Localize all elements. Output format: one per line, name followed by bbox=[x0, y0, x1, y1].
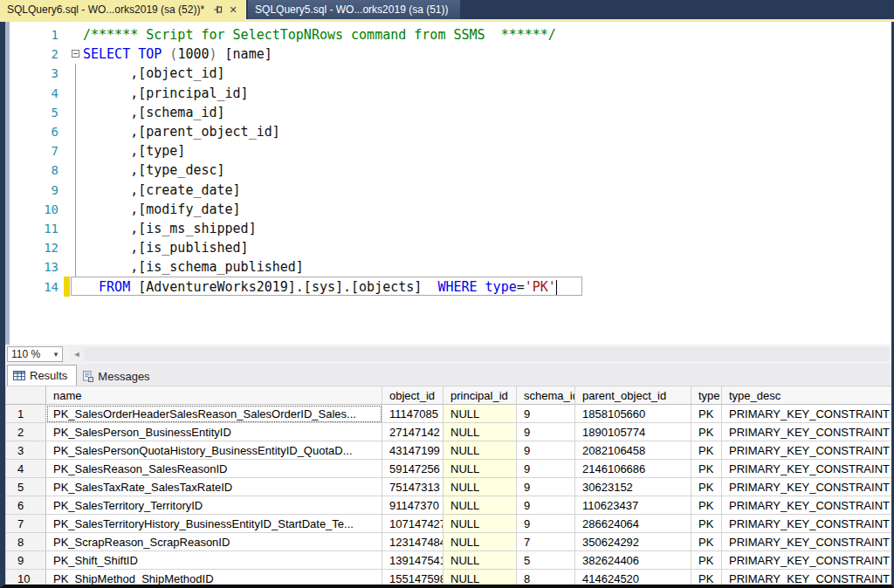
grid-cell-type[interactable]: PK bbox=[691, 460, 722, 478]
grid-cell-parent_object_id[interactable]: 382624406 bbox=[575, 551, 691, 570]
grid-cell-type[interactable]: PK bbox=[691, 478, 722, 496]
grid-cell-schema_id[interactable]: 7 bbox=[517, 533, 575, 551]
grid-cell-type[interactable]: PK bbox=[691, 405, 722, 423]
column-header-parent_object_id[interactable]: parent_object_id bbox=[575, 386, 691, 405]
grid-cell-principal_id[interactable]: NULL bbox=[444, 551, 517, 570]
grid-cell-type_desc[interactable]: PRIMARY_KEY_CONSTRAINT bbox=[722, 460, 892, 478]
grid-cell-object_id[interactable]: 75147313 bbox=[382, 478, 444, 496]
row-header[interactable]: 4 bbox=[6, 460, 46, 478]
grid-cell-object_id[interactable]: 155147598 bbox=[382, 570, 444, 588]
column-header-type[interactable]: type bbox=[691, 386, 722, 405]
grid-cell-type[interactable]: PK bbox=[691, 423, 722, 441]
grid-cell-parent_object_id[interactable]: 1858105660 bbox=[575, 405, 691, 423]
grid-cell-principal_id[interactable]: NULL bbox=[444, 515, 517, 533]
code-line-4[interactable]: 4 ,[principal_id] bbox=[10, 84, 891, 103]
row-header[interactable]: 9 bbox=[6, 551, 46, 570]
grid-cell-type[interactable]: PK bbox=[691, 515, 722, 533]
grid-cell-object_id[interactable]: 59147256 bbox=[382, 460, 444, 478]
grid-cell-type[interactable]: PK bbox=[691, 441, 722, 460]
grid-cell-object_id[interactable]: 139147541 bbox=[382, 551, 444, 570]
grid-cell-principal_id[interactable]: NULL bbox=[444, 405, 517, 423]
code-line-5[interactable]: 5 ,[schema_id] bbox=[10, 103, 891, 122]
grid-cell-principal_id[interactable]: NULL bbox=[444, 423, 517, 441]
column-header-principal_id[interactable]: principal_id bbox=[444, 386, 517, 405]
code-line-3[interactable]: 3 ,[object_id] bbox=[10, 64, 891, 83]
row-header[interactable]: 1 bbox=[6, 405, 46, 423]
grid-cell-name[interactable]: PK_SalesTerritory_TerritoryID bbox=[46, 496, 382, 515]
code-line-11[interactable]: 11 ,[is_ms_shipped] bbox=[10, 219, 891, 238]
code-line-14[interactable]: 14 FROM [AdventureWorks2019].[sys].[obje… bbox=[10, 277, 891, 296]
grid-cell-name[interactable]: PK_ScrapReason_ScrapReasonID bbox=[46, 533, 382, 551]
code-line-9[interactable]: 9 ,[create_date] bbox=[10, 181, 891, 200]
collapse-icon[interactable]: − bbox=[72, 50, 79, 58]
horizontal-scrollbar[interactable]: ◄ bbox=[70, 347, 890, 361]
row-header[interactable]: 3 bbox=[6, 441, 46, 460]
grid-cell-schema_id[interactable]: 9 bbox=[517, 405, 575, 423]
grid-cell-principal_id[interactable]: NULL bbox=[444, 478, 517, 496]
code-line-10[interactable]: 10 ,[modify_date] bbox=[10, 200, 891, 219]
grid-cell-schema_id[interactable]: 9 bbox=[517, 496, 575, 515]
row-header[interactable]: 7 bbox=[6, 515, 46, 533]
grid-cell-name[interactable]: PK_Shift_ShiftID bbox=[46, 551, 382, 570]
grid-cell-schema_id[interactable]: 9 bbox=[517, 515, 575, 533]
grid-cell-parent_object_id[interactable]: 30623152 bbox=[575, 478, 691, 496]
grid-cell-principal_id[interactable]: NULL bbox=[444, 570, 517, 588]
grid-cell-schema_id[interactable]: 8 bbox=[517, 570, 575, 588]
grid-cell-name[interactable]: PK_SalesOrderHeaderSalesReason_SalesOrde… bbox=[46, 405, 382, 423]
tab-sqlquery5[interactable]: SQLQuery5.sql - WO...orks2019 (sa (51)) bbox=[248, 0, 460, 19]
column-header-object_id[interactable]: object_id bbox=[382, 386, 444, 405]
grid-cell-object_id[interactable]: 107147427 bbox=[382, 515, 444, 533]
grid-cell-object_id[interactable]: 27147142 bbox=[382, 423, 444, 441]
pin-icon[interactable] bbox=[212, 3, 224, 16]
grid-cell-object_id[interactable]: 123147484 bbox=[382, 533, 444, 551]
results-grid[interactable]: nameobject_idprincipal_idschema_idparent… bbox=[5, 386, 892, 588]
grid-cell-parent_object_id[interactable]: 414624520 bbox=[575, 570, 691, 588]
code-line-2[interactable]: 2−SELECT TOP (1000) [name] bbox=[10, 44, 891, 64]
scroll-left-icon[interactable]: ◄ bbox=[70, 347, 84, 361]
grid-cell-name[interactable]: PK_SalesReason_SalesReasonID bbox=[46, 460, 382, 478]
code-line-12[interactable]: 12 ,[is_published] bbox=[10, 238, 891, 257]
tab-sqlquery6[interactable]: SQLQuery6.sql - WO...orks2019 (sa (52))*… bbox=[0, 0, 246, 19]
column-header-type_desc[interactable]: type_desc bbox=[722, 386, 892, 405]
grid-cell-type[interactable]: PK bbox=[691, 533, 722, 551]
grid-cell-type[interactable]: PK bbox=[691, 496, 722, 515]
grid-cell-parent_object_id[interactable]: 350624292 bbox=[575, 533, 691, 551]
grid-cell-type[interactable]: PK bbox=[691, 570, 722, 588]
grid-cell-principal_id[interactable]: NULL bbox=[444, 441, 517, 460]
code-line-1[interactable]: 1/****** Script for SelectTopNRows comma… bbox=[10, 25, 891, 44]
row-header[interactable]: 6 bbox=[6, 496, 46, 515]
grid-cell-schema_id[interactable]: 9 bbox=[517, 441, 575, 460]
grid-cell-schema_id[interactable]: 9 bbox=[517, 478, 575, 496]
grid-cell-principal_id[interactable]: NULL bbox=[444, 460, 517, 478]
grid-cell-name[interactable]: PK_ShipMethod_ShipMethodID bbox=[46, 570, 382, 588]
code-line-6[interactable]: 6 ,[parent_object_id] bbox=[10, 122, 891, 141]
row-header[interactable]: 10 bbox=[6, 570, 46, 588]
grid-cell-type_desc[interactable]: PRIMARY_KEY_CONSTRAINT bbox=[722, 515, 892, 533]
grid-cell-schema_id[interactable]: 9 bbox=[517, 423, 575, 441]
grid-cell-name[interactable]: PK_SalesTaxRate_SalesTaxRateID bbox=[46, 478, 382, 496]
grid-cell-parent_object_id[interactable]: 110623437 bbox=[575, 496, 691, 515]
grid-cell-principal_id[interactable]: NULL bbox=[444, 533, 517, 551]
grid-cell-type_desc[interactable]: PRIMARY_KEY_CONSTRAINT bbox=[722, 405, 892, 423]
close-icon[interactable]: ✕ bbox=[227, 3, 239, 16]
code-line-13[interactable]: 13 ,[is_schema_published] bbox=[10, 257, 891, 277]
tab-results[interactable]: Results bbox=[7, 365, 77, 386]
grid-corner-header[interactable] bbox=[6, 386, 46, 405]
grid-cell-type_desc[interactable]: PRIMARY_KEY_CONSTRAINT bbox=[722, 496, 892, 515]
grid-cell-object_id[interactable]: 11147085 bbox=[382, 405, 444, 423]
code-line-8[interactable]: 8 ,[type_desc] bbox=[10, 161, 891, 180]
row-header[interactable]: 8 bbox=[6, 533, 46, 551]
grid-cell-object_id[interactable]: 43147199 bbox=[382, 441, 444, 460]
grid-cell-parent_object_id[interactable]: 2146106686 bbox=[575, 460, 691, 478]
grid-cell-parent_object_id[interactable]: 2082106458 bbox=[575, 441, 691, 460]
grid-cell-type_desc[interactable]: PRIMARY_KEY_CONSTRAINT bbox=[722, 551, 892, 570]
grid-cell-type_desc[interactable]: PRIMARY_KEY_CONSTRAINT bbox=[722, 478, 892, 496]
grid-cell-principal_id[interactable]: NULL bbox=[444, 496, 517, 515]
grid-cell-name[interactable]: PK_SalesPerson_BusinessEntityID bbox=[46, 423, 382, 441]
grid-cell-type_desc[interactable]: PRIMARY_KEY_CONSTRAINT bbox=[722, 533, 892, 551]
grid-cell-name[interactable]: PK_SalesPersonQuotaHistory_BusinessEntit… bbox=[46, 441, 382, 460]
code-line-7[interactable]: 7 ,[type] bbox=[10, 141, 891, 161]
sql-editor[interactable]: 1/****** Script for SelectTopNRows comma… bbox=[10, 22, 891, 345]
column-header-schema_id[interactable]: schema_id bbox=[517, 386, 575, 405]
grid-cell-parent_object_id[interactable]: 286624064 bbox=[575, 515, 691, 533]
